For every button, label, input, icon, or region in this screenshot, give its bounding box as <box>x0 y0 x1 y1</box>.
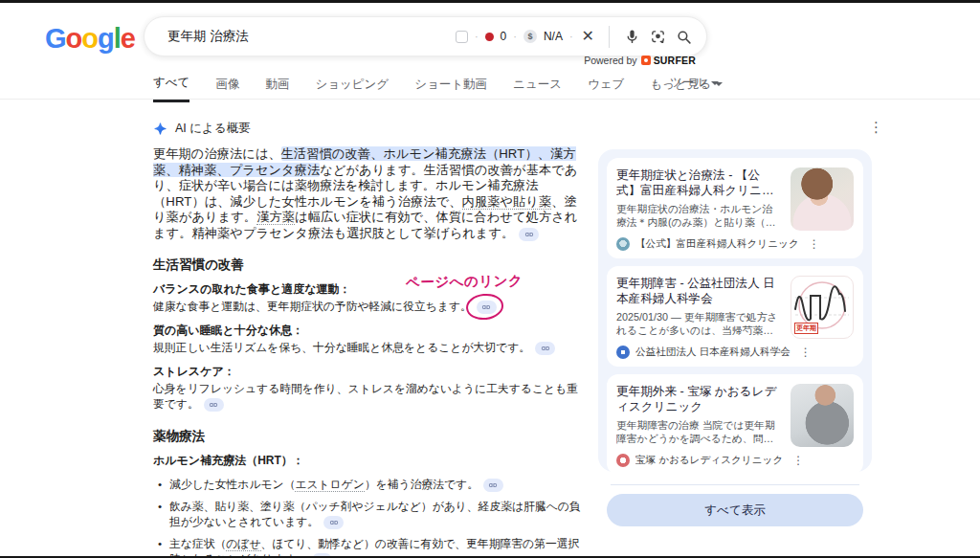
hrt-bullet-list: 減少した女性ホルモン（エストロゲン）を補う治療法です。 飲み薬、貼り薬、塗り薬（… <box>153 478 587 558</box>
source-link-icon[interactable] <box>477 301 497 314</box>
tab-web[interactable]: ウェブ <box>588 75 624 102</box>
site-favicon <box>616 237 630 251</box>
hrt-bullet: 主な症状（のぼせ、ほてり、動悸など）の改善に有効で、更年期障害の第一選択肢となる… <box>153 537 587 558</box>
extension-value: N/A <box>544 30 563 43</box>
microphone-icon[interactable] <box>622 27 641 46</box>
card-title[interactable]: 更年期障害 - 公益社団法人 日本産科婦人科学会 <box>616 276 781 306</box>
logo-letter: o <box>66 23 82 55</box>
thumbnail-image: 更年期 <box>791 276 854 339</box>
card-title[interactable]: 更年期症状と治療法 - 【公式】富田産科婦人科クリニック <box>616 167 781 198</box>
item-text: 規則正しい生活リズムを保ち、十分な睡眠と休息をとることが大切です。 <box>153 341 530 354</box>
extension-red-dot-icon <box>485 33 494 41</box>
clear-search-icon[interactable]: ✕ <box>580 29 596 44</box>
hrt-label: ホルモン補充療法（HRT）： <box>153 454 587 469</box>
ai-overview-body: 更年期の治療法には、生活習慣の改善、ホルモン補充療法（HRT）、漢方薬、精神薬、… <box>153 146 587 558</box>
page-link-annotation: ページへのリンク <box>406 272 523 292</box>
ai-overview-menu-icon[interactable]: ⋮ <box>869 120 883 134</box>
lifestyle-item-stress-care: ストレスケア： 心身をリフレッシュする時間を作り、ストレスを溜めないように工夫す… <box>153 365 587 413</box>
ai-overview-header: AI による概要 <box>153 121 251 137</box>
tab-all[interactable]: すべて <box>153 75 189 102</box>
google-search-page: Google · 0 · $ N/A · ✕ Powered bySU <box>0 0 980 558</box>
source-card[interactable]: 更年期外来 - 宝塚 かおるレディスクリニック 更年期障害の治療 当院では更年期… <box>607 374 863 475</box>
hrt-bullet: 飲み薬、貼り薬、塗り薬（パッチ剤やジェルなど）があり、経皮薬は肝臓への負担が少な… <box>153 500 587 529</box>
card-menu-icon[interactable]: ⋮ <box>809 237 820 251</box>
source-name: 公益社団法人 日本産科婦人科学会 <box>635 346 791 359</box>
separator-dot: · <box>513 31 517 42</box>
ai-intro-paragraph: 更年期の治療法には、生活習慣の改善、ホルモン補充療法（HRT）、漢方薬、精神薬、… <box>153 146 587 242</box>
card-description: 更年期症状の治療法・ホルモン治療法＊内服(のみ薬）と貼り薬（貼布剤）によるホルモ… <box>616 202 781 229</box>
source-link-icon[interactable] <box>483 479 503 492</box>
google-lens-icon[interactable] <box>648 27 667 46</box>
source-name: 【公式】富田産科婦人科クリニック <box>635 237 799 251</box>
item-label: 質の高い睡眠と十分な休息： <box>153 324 587 339</box>
site-favicon <box>616 454 630 467</box>
tab-news[interactable]: ニュース <box>513 75 562 102</box>
section-heading-medication: 薬物療法 <box>153 428 587 445</box>
thumbnail-stamp-text: 更年期 <box>794 323 818 334</box>
divider <box>609 26 610 48</box>
logo-letter: l <box>114 23 121 55</box>
circled-annotation-ring <box>472 300 497 315</box>
site-favicon <box>616 346 630 359</box>
item-text: 健康な食事と運動は、更年期症状の予防や軽減に役立ちます。 <box>153 300 472 313</box>
tab-shopping[interactable]: ショッピング <box>315 75 389 102</box>
extension-checkbox[interactable] <box>456 31 468 43</box>
item-label: ストレスケア： <box>153 365 587 380</box>
chevron-down-icon <box>711 81 719 85</box>
source-card[interactable]: 更年期障害 - 公益社団法人 日本産科婦人科学会 2025/01/30 — 更年… <box>607 266 863 367</box>
tools-button[interactable]: ツール <box>670 75 719 91</box>
source-link-icon[interactable] <box>323 516 344 529</box>
card-menu-icon[interactable]: ⋮ <box>792 454 804 467</box>
logo-letter: g <box>98 23 114 55</box>
source-link-icon[interactable] <box>535 342 555 355</box>
lifestyle-item-sleep-rest: 質の高い睡眠と十分な休息： 規則正しい生活リズムを保ち、十分な睡眠と休息をとるこ… <box>153 324 587 356</box>
extension-count: 0 <box>501 30 507 43</box>
card-description: 更年期障害の治療 当院では更年期障害かどうかを調べるため、問診での聞き取りや婦人… <box>616 418 781 445</box>
ai-overview-title: AI による概要 <box>175 121 251 137</box>
card-description: 2025/01/30 — 更年期障害で処方されることが多いのは、当帰芍薬散・加味… <box>616 310 781 337</box>
tab-videos[interactable]: 動画 <box>265 75 289 102</box>
show-all-button[interactable]: すべて表示 <box>607 494 863 526</box>
logo-letter: e <box>121 23 135 55</box>
logo-letter: G <box>45 23 66 55</box>
surfer-brand-text: SURFER <box>654 55 696 66</box>
frame-border-top <box>0 0 980 3</box>
source-link-icon[interactable] <box>519 228 539 241</box>
separator-dot: · <box>569 31 573 42</box>
search-bar[interactable]: · 0 · $ N/A · ✕ <box>144 16 707 56</box>
powered-by-surfer: Powered bySURFER <box>0 55 696 66</box>
source-name: 宝塚 かおるレディスクリニック <box>635 454 783 467</box>
separator-dot: · <box>475 31 479 42</box>
tab-short-videos[interactable]: ショート動画 <box>414 75 487 102</box>
surfer-logo-icon <box>641 56 651 65</box>
section-heading-lifestyle: 生活習慣の改善 <box>153 257 587 274</box>
search-input[interactable] <box>166 29 456 45</box>
logo-letter: o <box>81 23 98 55</box>
hrt-bullet: 減少した女性ホルモン（エストロゲン）を補う治療法です。 <box>153 478 587 493</box>
google-logo[interactable]: Google <box>45 23 135 55</box>
powered-by-text: Powered by <box>584 55 636 66</box>
card-title[interactable]: 更年期外来 - 宝塚 かおるレディスクリニック <box>616 384 781 414</box>
thumbnail-image <box>791 384 854 447</box>
dollar-icon: $ <box>523 30 537 43</box>
divider <box>611 484 859 485</box>
thumbnail-image <box>791 167 854 231</box>
ai-sources-panel: 更年期症状と治療法 - 【公式】富田産科婦人科クリニック 更年期症状の治療法・ホ… <box>598 149 872 472</box>
tab-images[interactable]: 画像 <box>215 75 239 102</box>
results-tabs-bar: すべて 画像 動画 ショッピング ショート動画 ニュース ウェブ もっと見る ツ… <box>0 75 980 100</box>
card-menu-icon[interactable]: ⋮ <box>800 346 812 359</box>
ai-spark-icon <box>153 122 167 136</box>
source-link-icon[interactable] <box>204 398 224 412</box>
source-card[interactable]: 更年期症状と治療法 - 【公式】富田産科婦人科クリニック 更年期症状の治療法・ホ… <box>607 158 863 258</box>
search-icon[interactable] <box>674 27 693 46</box>
